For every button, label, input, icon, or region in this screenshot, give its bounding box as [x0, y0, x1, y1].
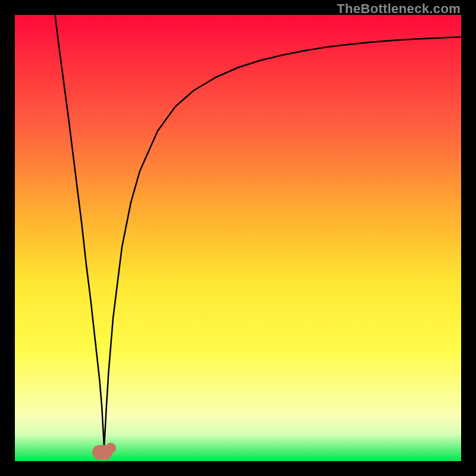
watermark-text: TheBottleneck.com — [337, 1, 461, 17]
minimum-marker-dot — [105, 443, 116, 453]
chart-frame: TheBottleneck.com — [0, 0, 476, 476]
bottleneck-curve — [15, 15, 461, 461]
